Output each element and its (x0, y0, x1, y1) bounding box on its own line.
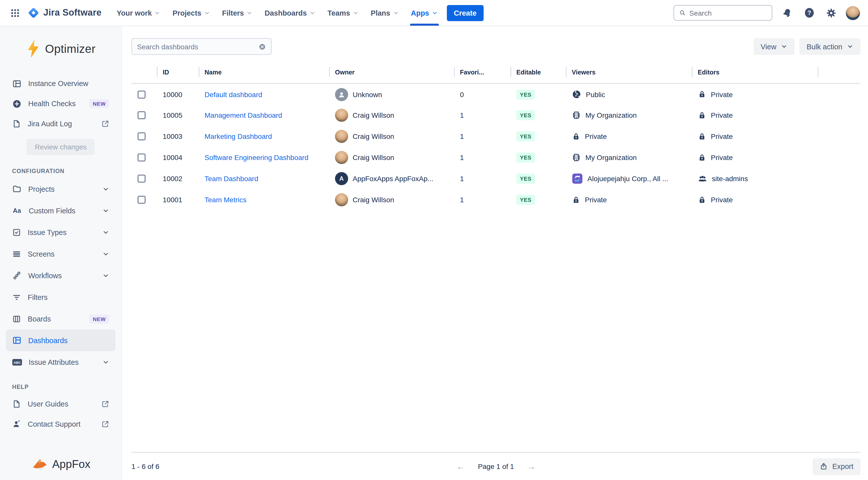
header-id[interactable]: ID (157, 66, 198, 83)
header-owner[interactable]: Owner (329, 66, 454, 83)
viewers-label: Public (586, 90, 605, 98)
nav-item-filters[interactable]: Filters (216, 0, 258, 26)
dashboard-link[interactable]: Team Dashboard (205, 175, 258, 183)
sidebar-item-jira-audit-log[interactable]: Jira Audit Log (6, 114, 115, 134)
owner-name: AppFoxApps AppFoxAp... (353, 175, 434, 183)
page-indicator: Page 1 of 1 (478, 462, 514, 471)
chevron-down-icon (781, 43, 787, 50)
appfox-wordmark: AppFox (52, 458, 90, 471)
chevron-down-icon (246, 10, 252, 16)
app-switcher-icon[interactable] (7, 5, 23, 21)
lock-icon (698, 196, 706, 204)
bulk-action-button[interactable]: Bulk action (800, 38, 861, 55)
svg-text:ABC: ABC (13, 361, 21, 364)
nav-item-apps[interactable]: Apps (405, 0, 444, 26)
help-icon[interactable]: ? (802, 5, 817, 21)
notifications-bell-icon[interactable] (779, 5, 795, 21)
chevron-down-icon (102, 229, 109, 236)
dashboard-search[interactable] (131, 38, 272, 55)
row-checkbox[interactable] (137, 111, 146, 119)
columns-icon (12, 314, 21, 323)
row-checkbox[interactable] (137, 196, 146, 204)
cell-favorites: 1 (454, 147, 510, 168)
table-header-row: ID Name Owner Favori... Editable Viewers… (131, 66, 861, 83)
group-icon (698, 174, 707, 183)
external-link-icon (101, 120, 109, 128)
nav-item-dashboards[interactable]: Dashboards (258, 0, 321, 26)
jira-brand[interactable]: Jira Software (27, 6, 101, 19)
sidebar-item-screens[interactable]: Screens (6, 243, 115, 265)
row-checkbox[interactable] (137, 90, 146, 98)
header-viewers[interactable]: Viewers (566, 66, 692, 83)
editable-badge: YES (516, 131, 535, 141)
header-name[interactable]: Name (198, 66, 329, 83)
nav-item-teams[interactable]: Teams (321, 0, 365, 26)
header-editors[interactable]: Editors (692, 66, 817, 83)
settings-gear-icon[interactable] (824, 5, 839, 21)
row-checkbox[interactable] (137, 175, 146, 183)
dashboard-link[interactable]: Software Engineering Dashboard (205, 153, 309, 162)
editable-badge: YES (516, 174, 535, 184)
sidebar-item-workflows[interactable]: Workflows (6, 265, 115, 286)
header-editable[interactable]: Editable (510, 66, 566, 83)
create-button[interactable]: Create (447, 5, 484, 21)
header-favorites[interactable]: Favori... (454, 66, 510, 83)
avatar (335, 151, 348, 164)
sidebar-item-instance-overview[interactable]: Instance Overview (6, 73, 115, 94)
sidebar-item-dashboards[interactable]: Dashboards (6, 330, 115, 351)
nav-item-projects[interactable]: Projects (166, 0, 216, 26)
editors-label: Private (711, 90, 733, 98)
dashboard-search-input[interactable] (137, 42, 258, 50)
next-page-icon[interactable]: → (527, 462, 536, 471)
row-checkbox[interactable] (137, 153, 146, 162)
nav-item-plans[interactable]: Plans (365, 0, 405, 26)
user-avatar[interactable] (846, 6, 860, 20)
owner-name: Craig Willson (353, 132, 394, 140)
cell-id: 10004 (157, 147, 198, 168)
layout-icon (12, 79, 22, 88)
checkbox-icon (12, 228, 21, 237)
editors-label: site-admins (712, 175, 748, 183)
dashboard-link[interactable]: Team Metrics (205, 196, 246, 204)
table-row: 10001 Team Metrics Craig Willson 1 YES P… (131, 189, 861, 210)
cell-id: 10003 (157, 126, 198, 147)
global-search[interactable] (674, 5, 772, 21)
chevron-down-icon (204, 10, 210, 16)
sidebar-item-issue-types[interactable]: Issue Types (6, 221, 115, 243)
optimizer-logo: Optimizer (6, 39, 115, 58)
sidebar-item-boards[interactable]: Boards NEW (6, 308, 115, 330)
dashboards-main: View Bulk action (122, 26, 868, 480)
review-changes-button[interactable]: Review changes (27, 139, 94, 155)
editable-badge: YES (516, 152, 535, 163)
sidebar-item-contact-support[interactable]: Contact Support (6, 414, 115, 434)
owner-name: Craig Willson (353, 111, 394, 119)
workflow-icon (12, 271, 22, 280)
sidebar-item-custom-fields[interactable]: Aa Custom Fields (6, 200, 115, 221)
sidebar-item-filters[interactable]: Filters (6, 286, 115, 308)
search-icon (679, 9, 686, 16)
sidebar-item-health-checks[interactable]: Health Checks NEW (6, 94, 115, 114)
dashboard-link[interactable]: Marketing Dashboard (205, 132, 272, 140)
sidebar-item-projects[interactable]: Projects (6, 178, 115, 200)
sidebar-item-issue-attributes[interactable]: ABC Issue Attributes (6, 351, 115, 373)
avatar (335, 109, 348, 122)
dashboards-table: ID Name Owner Favori... Editable Viewers… (131, 66, 861, 452)
previous-page-icon[interactable]: ← (456, 462, 465, 471)
view-button[interactable]: View (754, 38, 795, 55)
clear-search-icon[interactable] (258, 42, 266, 50)
lock-icon (698, 153, 706, 162)
sidebar-item-user-guides[interactable]: User Guides (6, 394, 115, 414)
table-footer: 1 - 6 of 6 ← Page 1 of 1 → Export (131, 452, 861, 480)
nav-item-your-work[interactable]: Your work (111, 0, 166, 26)
chevron-down-icon (102, 250, 109, 258)
dashboard-link[interactable]: Default dashboard (205, 90, 262, 98)
external-link-icon (101, 400, 109, 408)
header-checkbox-column (131, 66, 157, 83)
row-checkbox[interactable] (137, 132, 146, 140)
document-icon (12, 119, 21, 128)
global-search-input[interactable] (689, 9, 767, 17)
dashboard-link[interactable]: Management Dashboard (205, 111, 282, 119)
cell-id: 10005 (157, 105, 198, 126)
export-button[interactable]: Export (813, 458, 861, 475)
filter-icon (12, 293, 21, 302)
